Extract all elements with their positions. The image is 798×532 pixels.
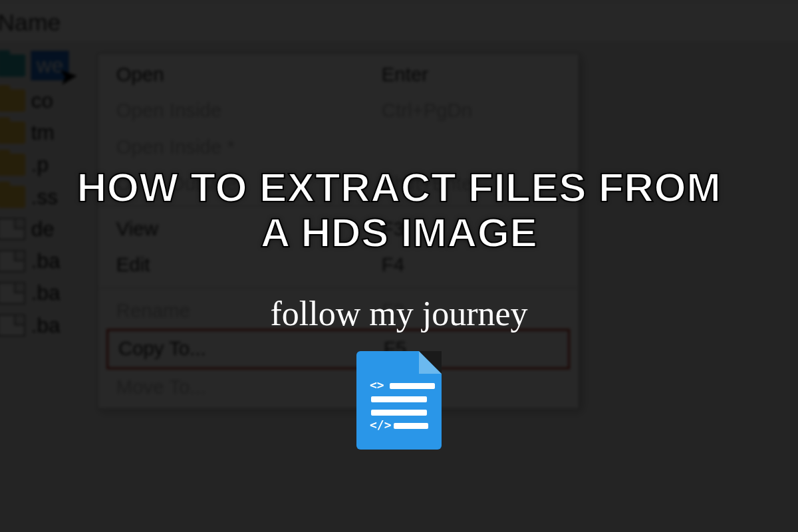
code-document-icon: <> </> bbox=[356, 351, 442, 450]
logo-code-top: <> bbox=[370, 378, 384, 392]
logo-code-bottom: </> bbox=[370, 418, 392, 432]
hero-tagline: follow my journey bbox=[200, 294, 598, 333]
hero-title: HOW TO EXTRACT FILES FROM A HDS IMAGE bbox=[60, 165, 738, 255]
dim-overlay bbox=[0, 0, 798, 532]
